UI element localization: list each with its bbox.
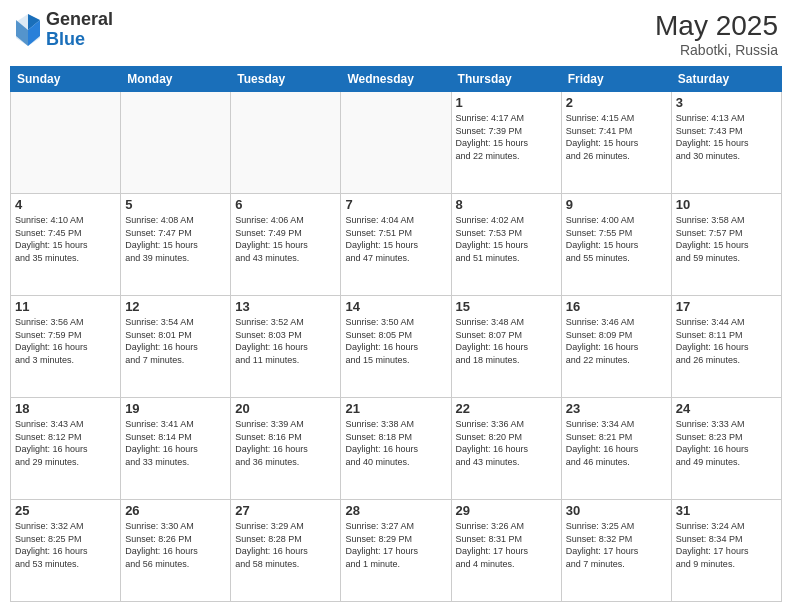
page: General Blue May 2025 Rabotki, Russia Su… (0, 0, 792, 612)
day-info: Sunrise: 3:33 AM Sunset: 8:23 PM Dayligh… (676, 418, 777, 468)
day-info: Sunrise: 4:02 AM Sunset: 7:53 PM Dayligh… (456, 214, 557, 264)
logo-text: General Blue (46, 10, 113, 50)
calendar-cell: 15Sunrise: 3:48 AM Sunset: 8:07 PM Dayli… (451, 296, 561, 398)
header-friday: Friday (561, 67, 671, 92)
day-info: Sunrise: 4:17 AM Sunset: 7:39 PM Dayligh… (456, 112, 557, 162)
day-header-row: Sunday Monday Tuesday Wednesday Thursday… (11, 67, 782, 92)
day-number: 25 (15, 503, 116, 518)
day-info: Sunrise: 3:36 AM Sunset: 8:20 PM Dayligh… (456, 418, 557, 468)
calendar-cell: 13Sunrise: 3:52 AM Sunset: 8:03 PM Dayli… (231, 296, 341, 398)
calendar-cell: 29Sunrise: 3:26 AM Sunset: 8:31 PM Dayli… (451, 500, 561, 602)
day-info: Sunrise: 4:15 AM Sunset: 7:41 PM Dayligh… (566, 112, 667, 162)
day-info: Sunrise: 4:00 AM Sunset: 7:55 PM Dayligh… (566, 214, 667, 264)
calendar-cell: 18Sunrise: 3:43 AM Sunset: 8:12 PM Dayli… (11, 398, 121, 500)
calendar-cell: 20Sunrise: 3:39 AM Sunset: 8:16 PM Dayli… (231, 398, 341, 500)
day-number: 24 (676, 401, 777, 416)
calendar-cell: 22Sunrise: 3:36 AM Sunset: 8:20 PM Dayli… (451, 398, 561, 500)
day-number: 2 (566, 95, 667, 110)
day-number: 27 (235, 503, 336, 518)
day-number: 20 (235, 401, 336, 416)
calendar-week-row: 18Sunrise: 3:43 AM Sunset: 8:12 PM Dayli… (11, 398, 782, 500)
calendar-cell: 12Sunrise: 3:54 AM Sunset: 8:01 PM Dayli… (121, 296, 231, 398)
calendar-week-row: 11Sunrise: 3:56 AM Sunset: 7:59 PM Dayli… (11, 296, 782, 398)
logo-icon (14, 12, 42, 48)
logo-blue: Blue (46, 30, 113, 50)
calendar-cell: 30Sunrise: 3:25 AM Sunset: 8:32 PM Dayli… (561, 500, 671, 602)
day-info: Sunrise: 3:50 AM Sunset: 8:05 PM Dayligh… (345, 316, 446, 366)
logo: General Blue (14, 10, 113, 50)
day-number: 10 (676, 197, 777, 212)
day-number: 6 (235, 197, 336, 212)
calendar-cell: 31Sunrise: 3:24 AM Sunset: 8:34 PM Dayli… (671, 500, 781, 602)
calendar-cell: 21Sunrise: 3:38 AM Sunset: 8:18 PM Dayli… (341, 398, 451, 500)
calendar-cell: 7Sunrise: 4:04 AM Sunset: 7:51 PM Daylig… (341, 194, 451, 296)
day-number: 17 (676, 299, 777, 314)
day-info: Sunrise: 4:13 AM Sunset: 7:43 PM Dayligh… (676, 112, 777, 162)
day-number: 1 (456, 95, 557, 110)
day-info: Sunrise: 4:04 AM Sunset: 7:51 PM Dayligh… (345, 214, 446, 264)
day-info: Sunrise: 3:38 AM Sunset: 8:18 PM Dayligh… (345, 418, 446, 468)
calendar-cell: 6Sunrise: 4:06 AM Sunset: 7:49 PM Daylig… (231, 194, 341, 296)
calendar-cell: 26Sunrise: 3:30 AM Sunset: 8:26 PM Dayli… (121, 500, 231, 602)
day-number: 26 (125, 503, 226, 518)
day-info: Sunrise: 3:52 AM Sunset: 8:03 PM Dayligh… (235, 316, 336, 366)
calendar-cell: 11Sunrise: 3:56 AM Sunset: 7:59 PM Dayli… (11, 296, 121, 398)
day-info: Sunrise: 4:08 AM Sunset: 7:47 PM Dayligh… (125, 214, 226, 264)
day-number: 22 (456, 401, 557, 416)
day-number: 19 (125, 401, 226, 416)
calendar-cell (341, 92, 451, 194)
day-number: 21 (345, 401, 446, 416)
day-number: 5 (125, 197, 226, 212)
location: Rabotki, Russia (655, 42, 778, 58)
calendar-cell: 14Sunrise: 3:50 AM Sunset: 8:05 PM Dayli… (341, 296, 451, 398)
calendar-cell: 24Sunrise: 3:33 AM Sunset: 8:23 PM Dayli… (671, 398, 781, 500)
calendar-cell: 16Sunrise: 3:46 AM Sunset: 8:09 PM Dayli… (561, 296, 671, 398)
day-info: Sunrise: 3:39 AM Sunset: 8:16 PM Dayligh… (235, 418, 336, 468)
day-info: Sunrise: 3:54 AM Sunset: 8:01 PM Dayligh… (125, 316, 226, 366)
calendar-cell: 17Sunrise: 3:44 AM Sunset: 8:11 PM Dayli… (671, 296, 781, 398)
calendar-cell: 23Sunrise: 3:34 AM Sunset: 8:21 PM Dayli… (561, 398, 671, 500)
day-number: 7 (345, 197, 446, 212)
day-info: Sunrise: 3:46 AM Sunset: 8:09 PM Dayligh… (566, 316, 667, 366)
header: General Blue May 2025 Rabotki, Russia (10, 10, 782, 58)
calendar-cell: 27Sunrise: 3:29 AM Sunset: 8:28 PM Dayli… (231, 500, 341, 602)
day-info: Sunrise: 3:27 AM Sunset: 8:29 PM Dayligh… (345, 520, 446, 570)
calendar-cell (11, 92, 121, 194)
calendar-cell (121, 92, 231, 194)
day-number: 30 (566, 503, 667, 518)
logo-general: General (46, 10, 113, 30)
day-info: Sunrise: 3:48 AM Sunset: 8:07 PM Dayligh… (456, 316, 557, 366)
day-info: Sunrise: 4:10 AM Sunset: 7:45 PM Dayligh… (15, 214, 116, 264)
calendar-week-row: 25Sunrise: 3:32 AM Sunset: 8:25 PM Dayli… (11, 500, 782, 602)
calendar-cell: 8Sunrise: 4:02 AM Sunset: 7:53 PM Daylig… (451, 194, 561, 296)
calendar-cell: 25Sunrise: 3:32 AM Sunset: 8:25 PM Dayli… (11, 500, 121, 602)
day-info: Sunrise: 3:41 AM Sunset: 8:14 PM Dayligh… (125, 418, 226, 468)
header-thursday: Thursday (451, 67, 561, 92)
day-info: Sunrise: 3:58 AM Sunset: 7:57 PM Dayligh… (676, 214, 777, 264)
day-number: 8 (456, 197, 557, 212)
calendar-cell (231, 92, 341, 194)
header-sunday: Sunday (11, 67, 121, 92)
day-number: 3 (676, 95, 777, 110)
day-number: 16 (566, 299, 667, 314)
calendar-cell: 19Sunrise: 3:41 AM Sunset: 8:14 PM Dayli… (121, 398, 231, 500)
calendar-week-row: 1Sunrise: 4:17 AM Sunset: 7:39 PM Daylig… (11, 92, 782, 194)
header-wednesday: Wednesday (341, 67, 451, 92)
day-info: Sunrise: 3:43 AM Sunset: 8:12 PM Dayligh… (15, 418, 116, 468)
header-tuesday: Tuesday (231, 67, 341, 92)
day-number: 13 (235, 299, 336, 314)
day-number: 9 (566, 197, 667, 212)
day-info: Sunrise: 3:56 AM Sunset: 7:59 PM Dayligh… (15, 316, 116, 366)
day-info: Sunrise: 3:34 AM Sunset: 8:21 PM Dayligh… (566, 418, 667, 468)
day-number: 28 (345, 503, 446, 518)
calendar-cell: 5Sunrise: 4:08 AM Sunset: 7:47 PM Daylig… (121, 194, 231, 296)
day-number: 11 (15, 299, 116, 314)
day-number: 15 (456, 299, 557, 314)
day-info: Sunrise: 3:24 AM Sunset: 8:34 PM Dayligh… (676, 520, 777, 570)
header-monday: Monday (121, 67, 231, 92)
calendar-cell: 3Sunrise: 4:13 AM Sunset: 7:43 PM Daylig… (671, 92, 781, 194)
calendar-cell: 2Sunrise: 4:15 AM Sunset: 7:41 PM Daylig… (561, 92, 671, 194)
day-number: 23 (566, 401, 667, 416)
header-saturday: Saturday (671, 67, 781, 92)
day-number: 31 (676, 503, 777, 518)
